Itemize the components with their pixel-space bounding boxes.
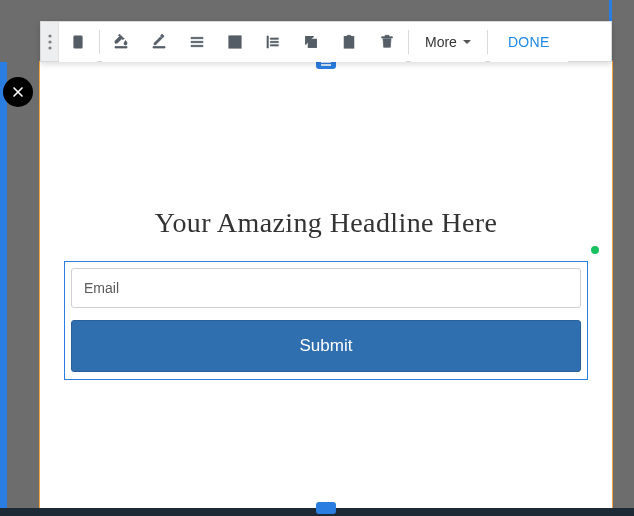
- svg-rect-7: [344, 36, 353, 47]
- toolbar-divider: [99, 30, 100, 54]
- more-dropdown-button[interactable]: More: [411, 22, 485, 62]
- email-input[interactable]: [71, 268, 581, 308]
- vertical-marker: [609, 0, 612, 21]
- content-area: Your Amazing Headline Here: [40, 62, 612, 239]
- svg-rect-8: [347, 35, 351, 38]
- section-handle-bottom[interactable]: [316, 502, 336, 514]
- toolbar-divider: [408, 30, 409, 54]
- svg-point-0: [48, 34, 51, 37]
- paste-button[interactable]: [330, 22, 368, 62]
- toolbar-divider: [487, 30, 488, 54]
- canvas-container: Your Amazing Headline Here Submit: [40, 62, 612, 508]
- editor-toolbar: More DONE: [40, 21, 612, 62]
- margin-button[interactable]: [254, 22, 292, 62]
- delete-button[interactable]: [368, 22, 406, 62]
- submit-button[interactable]: Submit: [71, 320, 581, 372]
- resize-tool-button[interactable]: [59, 22, 97, 62]
- page-headline[interactable]: Your Amazing Headline Here: [64, 207, 588, 239]
- form-block-selected[interactable]: Submit: [64, 261, 588, 380]
- done-button[interactable]: DONE: [490, 22, 568, 62]
- align-button[interactable]: [178, 22, 216, 62]
- fill-color-button[interactable]: [102, 22, 140, 62]
- editor-canvas[interactable]: Your Amazing Headline Here Submit: [40, 62, 612, 508]
- svg-point-2: [48, 46, 51, 49]
- left-overlay-strip: [0, 62, 7, 508]
- more-label: More: [425, 34, 457, 50]
- padding-button[interactable]: [216, 22, 254, 62]
- border-color-button[interactable]: [140, 22, 178, 62]
- toolbar-drag-handle[interactable]: [41, 22, 59, 61]
- caret-down-icon: [463, 40, 471, 44]
- svg-rect-5: [233, 40, 237, 44]
- copy-button[interactable]: [292, 22, 330, 62]
- svg-point-1: [48, 40, 51, 43]
- close-button[interactable]: [3, 77, 33, 107]
- status-dot-icon: [591, 246, 599, 254]
